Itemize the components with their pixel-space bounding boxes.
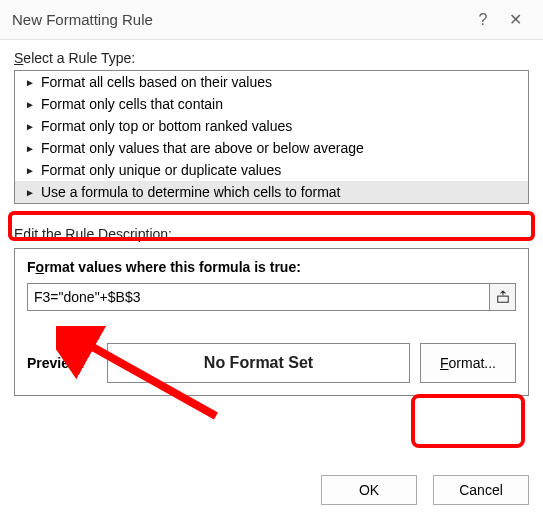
bullet-icon: ►: [25, 77, 35, 88]
formula-row: [27, 283, 516, 311]
titlebar: New Formatting Rule ? ✕: [0, 0, 543, 40]
rule-type-text: Format only top or bottom ranked values: [41, 118, 292, 134]
bullet-icon: ►: [25, 121, 35, 132]
bullet-icon: ►: [25, 165, 35, 176]
collapse-dialog-icon: [496, 290, 510, 304]
rule-type-text: Format only values that are above or bel…: [41, 140, 364, 156]
preview-row: Preview: No Format Set Format...: [27, 343, 516, 383]
dialog-button-row: OK Cancel: [321, 475, 529, 505]
description-box: Format values where this formula is true…: [14, 248, 529, 396]
formula-label: Format values where this formula is true…: [27, 259, 516, 275]
preview-label: Preview:: [27, 355, 97, 371]
rule-type-list[interactable]: ► Format all cells based on their values…: [14, 70, 529, 204]
dialog-content: Select a Rule Type: ► Format all cells b…: [0, 40, 543, 396]
dialog-title: New Formatting Rule: [12, 11, 467, 28]
format-button[interactable]: Format...: [420, 343, 516, 383]
close-icon[interactable]: ✕: [499, 10, 531, 29]
annotation-highlight-format: [411, 394, 525, 448]
range-selector-button[interactable]: [489, 284, 515, 310]
ok-button[interactable]: OK: [321, 475, 417, 505]
rule-type-text: Format all cells based on their values: [41, 74, 272, 90]
rule-type-label: Select a Rule Type:: [14, 50, 529, 66]
preview-box: No Format Set: [107, 343, 410, 383]
help-icon[interactable]: ?: [467, 11, 499, 29]
rule-type-item-average[interactable]: ► Format only values that are above or b…: [15, 137, 528, 159]
cancel-button[interactable]: Cancel: [433, 475, 529, 505]
svg-rect-0: [497, 296, 508, 302]
rule-type-item-contain[interactable]: ► Format only cells that contain: [15, 93, 528, 115]
rule-type-item-values[interactable]: ► Format all cells based on their values: [15, 71, 528, 93]
formula-input[interactable]: [28, 284, 489, 310]
rule-type-text: Format only cells that contain: [41, 96, 223, 112]
rule-type-item-ranked[interactable]: ► Format only top or bottom ranked value…: [15, 115, 528, 137]
rule-type-item-formula[interactable]: ► Use a formula to determine which cells…: [15, 181, 528, 203]
bullet-icon: ►: [25, 99, 35, 110]
rule-type-text: Format only unique or duplicate values: [41, 162, 281, 178]
rule-type-item-unique[interactable]: ► Format only unique or duplicate values: [15, 159, 528, 181]
bullet-icon: ►: [25, 187, 35, 198]
bullet-icon: ►: [25, 143, 35, 154]
rule-type-text: Use a formula to determine which cells t…: [41, 184, 341, 200]
edit-description-label: Edit the Rule Description:: [14, 226, 529, 242]
